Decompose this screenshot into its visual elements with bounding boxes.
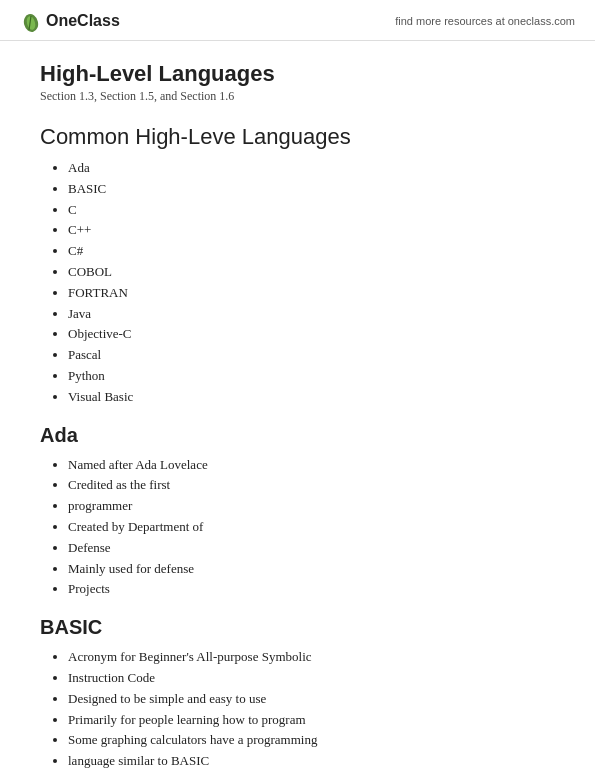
list-item: COBOL <box>68 262 555 283</box>
list-item: Ada <box>68 158 555 179</box>
header-logo-text: OneClass <box>46 12 120 30</box>
section-heading-basic: BASIC <box>40 616 555 639</box>
list-item: Primarily for people learning how to pro… <box>68 710 555 731</box>
section-heading-ada: Ada <box>40 424 555 447</box>
common-languages-list: Ada BASIC C C++ C# COBOL FORTRAN Java Ob… <box>40 158 555 408</box>
list-item: Instruction Code <box>68 668 555 689</box>
section-heading-common: Common High-Leve Languages <box>40 124 555 150</box>
page-subtitle: Section 1.3, Section 1.5, and Section 1.… <box>40 89 555 104</box>
list-item: Pascal <box>68 345 555 366</box>
header-tagline: find more resources at oneclass.com <box>395 15 575 27</box>
list-item: Visual Basic <box>68 387 555 408</box>
list-item: Defense <box>68 538 555 559</box>
list-item: Projects <box>68 579 555 600</box>
list-item: Acronym for Beginner's All-purpose Symbo… <box>68 647 555 668</box>
list-item: Objective-C <box>68 324 555 345</box>
page-title: High-Level Languages <box>40 61 555 87</box>
page-header: OneClass find more resources at oneclass… <box>0 0 595 41</box>
list-item: Designed to be simple and easy to use <box>68 689 555 710</box>
header-logo: OneClass <box>20 10 120 32</box>
list-item: C <box>68 200 555 221</box>
list-item: programmer <box>68 496 555 517</box>
list-item: Mainly used for defense <box>68 559 555 580</box>
list-item: BASIC <box>68 179 555 200</box>
list-item: C++ <box>68 220 555 241</box>
list-item: Java <box>68 304 555 325</box>
list-item: Some graphing calculators have a program… <box>68 730 555 751</box>
oneclass-logo-icon <box>20 10 42 32</box>
basic-list: Acronym for Beginner's All-purpose Symbo… <box>40 647 555 770</box>
list-item: FORTRAN <box>68 283 555 304</box>
main-content: High-Level Languages Section 1.3, Sectio… <box>0 41 595 770</box>
list-item: language similar to BASIC <box>68 751 555 770</box>
list-item: C# <box>68 241 555 262</box>
list-item: Created by Department of <box>68 517 555 538</box>
list-item: Python <box>68 366 555 387</box>
list-item: Named after Ada Lovelace <box>68 455 555 476</box>
list-item: Credited as the first <box>68 475 555 496</box>
ada-list: Named after Ada Lovelace Credited as the… <box>40 455 555 601</box>
